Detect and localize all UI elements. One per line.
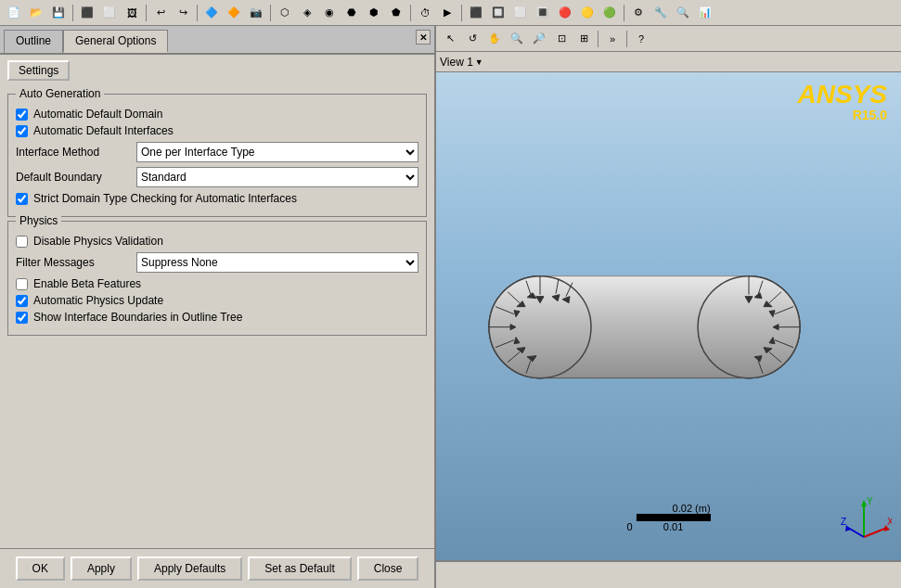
disable-physics-validation-checkbox[interactable] bbox=[16, 236, 28, 248]
ansys-version: R15.0 bbox=[798, 108, 887, 122]
view-zoom-in-icon[interactable]: 🔎 bbox=[529, 29, 549, 49]
axes-indicator: Y X Z bbox=[841, 495, 887, 542]
default-boundary-select[interactable]: Standard Conservative Interface Flux Aut… bbox=[136, 167, 418, 187]
interface-method-row: Interface Method One per Interface Type … bbox=[16, 142, 418, 162]
view-sep1 bbox=[598, 31, 599, 47]
svg-text:X: X bbox=[887, 517, 892, 527]
toolbar-btn-6[interactable]: 🔷 bbox=[201, 3, 222, 23]
ansys-title: ANSYS bbox=[798, 82, 887, 108]
view-pan-icon[interactable]: ✋ bbox=[484, 29, 505, 49]
toolbar-btn-12[interactable]: ⬣ bbox=[341, 3, 362, 23]
new-btn[interactable]: 📄 bbox=[4, 3, 24, 23]
toolbar-btn-10[interactable]: ◈ bbox=[297, 3, 317, 23]
toolbar-btn-8[interactable]: 📷 bbox=[246, 3, 266, 23]
toolbar-btn-25[interactable]: 🔧 bbox=[650, 3, 671, 23]
sep5 bbox=[410, 5, 411, 21]
status-bar bbox=[436, 560, 901, 588]
settings-button[interactable]: Settings bbox=[7, 60, 70, 81]
automatic-default-interfaces-checkbox[interactable] bbox=[16, 125, 28, 137]
main-layout: Outline General Options ✕ Settings Auto … bbox=[0, 26, 901, 588]
toolbar-btn-14[interactable]: ⬟ bbox=[386, 3, 406, 23]
automatic-default-domain-label: Automatic Default Domain bbox=[33, 108, 162, 121]
view-rotate-icon[interactable]: ↺ bbox=[462, 29, 483, 49]
view-select-icon[interactable]: ↖ bbox=[440, 29, 460, 49]
toolbar-btn-16[interactable]: ▶ bbox=[437, 3, 457, 23]
enable-beta-features-label: Enable Beta Features bbox=[33, 277, 141, 290]
content-area: Auto Generation Automatic Default Domain… bbox=[0, 86, 434, 548]
toolbar-btn-5[interactable]: ↪ bbox=[173, 3, 193, 23]
ansys-branding: ANSYS R15.0 bbox=[798, 82, 887, 122]
toolbar-btn-24[interactable]: ⚙ bbox=[628, 3, 649, 23]
strict-domain-checking-label: Strict Domain Type Checking for Automati… bbox=[33, 192, 297, 205]
toolbar-btn-22[interactable]: 🟡 bbox=[577, 3, 598, 23]
toolbar-btn-2[interactable]: ⬜ bbox=[99, 3, 120, 23]
open-btn[interactable]: 📂 bbox=[26, 3, 46, 23]
view-sep2 bbox=[626, 31, 627, 47]
set-as-default-button[interactable]: Set as Default bbox=[248, 556, 351, 581]
toolbar-btn-20[interactable]: 🔳 bbox=[533, 3, 553, 23]
toolbar-btn-27[interactable]: 📊 bbox=[695, 3, 715, 23]
automatic-default-interfaces-row: Automatic Default Interfaces bbox=[16, 124, 418, 137]
strict-domain-checking-row: Strict Domain Type Checking for Automati… bbox=[16, 192, 418, 205]
apply-defaults-button[interactable]: Apply Defaults bbox=[137, 556, 242, 581]
axes-svg: Y X Z bbox=[841, 495, 892, 546]
toolbar-btn-13[interactable]: ⬢ bbox=[364, 3, 384, 23]
sep3 bbox=[197, 5, 198, 21]
enable-beta-features-row: Enable Beta Features bbox=[16, 277, 418, 290]
toolbar-btn-15[interactable]: ⏱ bbox=[415, 3, 435, 23]
enable-beta-features-checkbox[interactable] bbox=[16, 278, 28, 290]
save-btn[interactable]: 💾 bbox=[48, 3, 69, 23]
svg-line-50 bbox=[848, 528, 864, 537]
physics-title: Physics bbox=[16, 214, 61, 227]
apply-button[interactable]: Apply bbox=[71, 556, 132, 581]
footer-buttons: OK Apply Apply Defaults Set as Default C… bbox=[0, 548, 434, 588]
tab-general-options[interactable]: General Options bbox=[63, 30, 168, 53]
toolbar-btn-11[interactable]: ◉ bbox=[319, 3, 340, 23]
toolbar-btn-19[interactable]: ⬜ bbox=[510, 3, 531, 23]
close-button[interactable]: Close bbox=[357, 556, 419, 581]
scale-bar: 0 0.02 (m) 0.01 bbox=[626, 503, 710, 532]
automatic-physics-update-checkbox[interactable] bbox=[16, 295, 28, 307]
strict-domain-checking-checkbox[interactable] bbox=[16, 193, 28, 205]
filter-messages-label: Filter Messages bbox=[16, 256, 136, 269]
scale-mid-label: 0.01 bbox=[663, 521, 683, 532]
toolbar-btn-1[interactable]: ⬛ bbox=[77, 3, 97, 23]
filter-messages-select[interactable]: Suppress None Suppress Warnings Suppress… bbox=[136, 252, 418, 273]
auto-generation-title: Auto Generation bbox=[16, 87, 104, 100]
toolbar-btn-26[interactable]: 🔍 bbox=[673, 3, 693, 23]
view-fit-icon[interactable]: ⊡ bbox=[551, 29, 572, 49]
toolbar-btn-3[interactable]: 🖼 bbox=[122, 3, 142, 23]
toolbar-btn-7[interactable]: 🔶 bbox=[224, 3, 244, 23]
toolbar-btn-23[interactable]: 🟢 bbox=[599, 3, 620, 23]
view-help-icon[interactable]: ? bbox=[631, 29, 651, 49]
toolbar-btn-18[interactable]: 🔲 bbox=[488, 3, 508, 23]
toolbar-btn-4[interactable]: ↩ bbox=[150, 3, 171, 23]
main-toolbar: 📄 📂 💾 ⬛ ⬜ 🖼 ↩ ↪ 🔷 🔶 📷 ⬡ ◈ ◉ ⬣ ⬢ ⬟ ⏱ ▶ ⬛ … bbox=[0, 0, 901, 26]
toolbar-btn-21[interactable]: 🔴 bbox=[555, 3, 575, 23]
scale-bar-black bbox=[637, 514, 711, 521]
interface-method-select[interactable]: One per Interface Type One per Domain Pa… bbox=[136, 142, 418, 162]
physics-section: Physics Disable Physics Validation Filte… bbox=[7, 221, 427, 336]
sep2 bbox=[146, 5, 147, 21]
automatic-physics-update-label: Automatic Physics Update bbox=[33, 294, 163, 307]
automatic-default-domain-checkbox[interactable] bbox=[16, 109, 28, 121]
view-grid-icon[interactable]: ⊞ bbox=[573, 29, 594, 49]
show-interface-boundaries-checkbox[interactable] bbox=[16, 312, 28, 324]
filter-messages-row: Filter Messages Suppress None Suppress W… bbox=[16, 252, 418, 273]
view-dropdown[interactable]: View 1 ▼ bbox=[440, 56, 483, 69]
sep1 bbox=[72, 5, 73, 21]
panel-close-button[interactable]: ✕ bbox=[416, 30, 431, 45]
ok-button[interactable]: OK bbox=[16, 556, 65, 581]
default-boundary-label: Default Boundary bbox=[16, 171, 136, 184]
3d-viewport: ANSYS R15.0 bbox=[436, 72, 901, 560]
toolbar-btn-9[interactable]: ⬡ bbox=[275, 3, 295, 23]
sep7 bbox=[624, 5, 624, 21]
view-more-icon[interactable]: » bbox=[602, 29, 623, 49]
toolbar-btn-17[interactable]: ⬛ bbox=[466, 3, 486, 23]
svg-line-47 bbox=[864, 528, 887, 537]
tab-outline[interactable]: Outline bbox=[4, 30, 63, 53]
pipe-svg bbox=[475, 207, 828, 448]
default-boundary-row: Default Boundary Standard Conservative I… bbox=[16, 167, 418, 187]
right-panel: ↖ ↺ ✋ 🔍 🔎 ⊡ ⊞ » ? View 1 ▼ ANSYS R15.0 bbox=[436, 26, 901, 588]
view-zoom-out-icon[interactable]: 🔍 bbox=[507, 29, 527, 49]
